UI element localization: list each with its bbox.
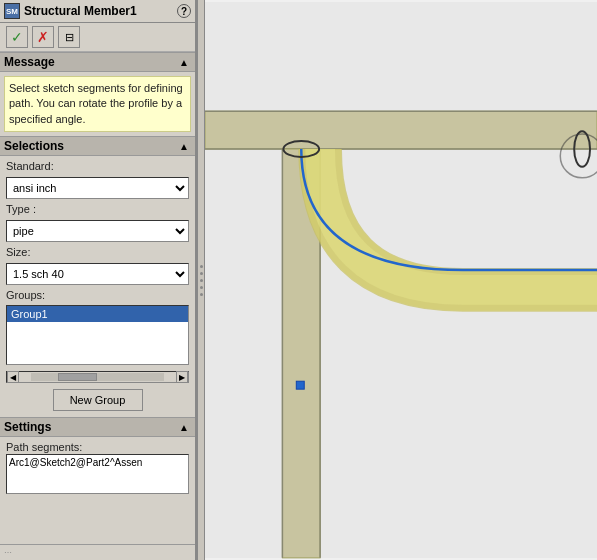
resize-handle[interactable]: ⋯: [4, 548, 12, 557]
path-segments-label: Path segments:: [6, 441, 189, 453]
canvas-svg: [205, 0, 597, 560]
canvas-area[interactable]: [205, 0, 597, 560]
settings-section-header: Settings ▲: [0, 417, 195, 437]
groups-scrollbar[interactable]: ◀ ▶: [6, 371, 189, 383]
sep-dot-3: [200, 279, 203, 282]
selections-section-header: Selections ▲: [0, 136, 195, 156]
message-section-header: Message ▲: [0, 52, 195, 72]
cancel-button[interactable]: ✗: [32, 26, 54, 48]
svg-rect-9: [296, 381, 304, 389]
type-label: Type :: [6, 203, 189, 215]
help-button[interactable]: ?: [177, 4, 191, 18]
standard-select[interactable]: ansi inch: [6, 177, 189, 199]
message-collapse-button[interactable]: ▲: [177, 55, 191, 69]
groups-list: Group1: [7, 306, 188, 322]
confirm-button[interactable]: ✓: [6, 26, 28, 48]
scroll-left-button[interactable]: ◀: [7, 371, 19, 383]
sep-dot-5: [200, 293, 203, 296]
sep-dot-2: [200, 272, 203, 275]
left-panel: SM Structural Member1 ? ✓ ✗ ⊟ Message ▲ …: [0, 0, 197, 560]
svg-rect-1: [205, 111, 597, 149]
pin-button[interactable]: ⊟: [58, 26, 80, 48]
panel-title: Structural Member1: [24, 4, 173, 18]
settings-section-label: Settings: [4, 420, 51, 434]
path-segments-input[interactable]: [6, 454, 189, 494]
scroll-right-button[interactable]: ▶: [176, 371, 188, 383]
sep-dot-4: [200, 286, 203, 289]
groups-label: Groups:: [6, 289, 189, 301]
structural-member-icon: SM: [4, 3, 20, 19]
standard-label: Standard:: [6, 160, 189, 172]
settings-collapse-button[interactable]: ▲: [177, 420, 191, 434]
scroll-track: [31, 373, 164, 381]
message-section-label: Message: [4, 55, 55, 69]
type-select[interactable]: pipe: [6, 220, 189, 242]
size-select[interactable]: 1.5 sch 40: [6, 263, 189, 285]
settings-content: Path segments:: [0, 437, 195, 544]
groups-list-container: Group1: [6, 305, 189, 365]
title-bar: SM Structural Member1 ?: [0, 0, 195, 23]
bottom-bar: ⋯: [0, 544, 195, 560]
selections-section-label: Selections: [4, 139, 64, 153]
selections-collapse-button[interactable]: ▲: [177, 139, 191, 153]
selections-content: Standard: ansi inch Type : pipe Size: 1.…: [0, 156, 195, 417]
list-item[interactable]: Group1: [7, 306, 188, 322]
toolbar-row: ✓ ✗ ⊟: [0, 23, 195, 52]
new-group-button[interactable]: New Group: [53, 389, 143, 411]
message-content: Select sketch segments for defining path…: [4, 76, 191, 132]
panel-separator[interactable]: [197, 0, 205, 560]
sep-dot-1: [200, 265, 203, 268]
scroll-thumb[interactable]: [58, 373, 98, 381]
size-label: Size:: [6, 246, 189, 258]
